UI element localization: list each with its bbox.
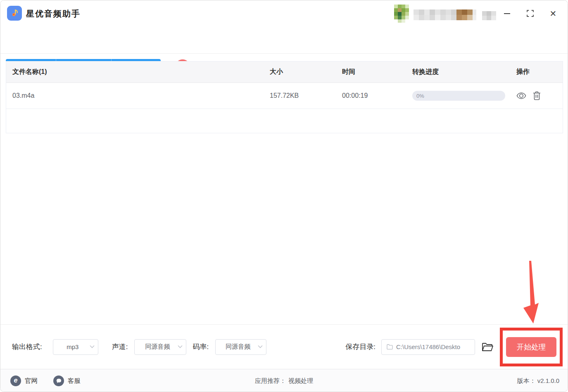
app-title: 星优音频助手 xyxy=(26,8,81,19)
chat-bubble-icon xyxy=(53,375,64,386)
user-name-redacted xyxy=(414,9,476,20)
titlebar: 星优音频助手 ✕ xyxy=(0,0,568,26)
progress-value: 0% xyxy=(416,93,424,99)
table-row: 03.m4a 157.72KB 00:00:19 0% xyxy=(6,83,563,109)
cell-progress: 0% xyxy=(412,91,516,101)
header-file-name: 文件名称(1) xyxy=(6,68,270,76)
app-window: 星优音频助手 ✕ xyxy=(0,0,568,392)
save-dir-label: 保存目录: xyxy=(345,342,375,352)
header-time: 时间 xyxy=(342,68,412,76)
bitrate-label: 码率: xyxy=(193,342,209,352)
save-dir-group: 保存目录: C:\Users\17486\Deskto 开始处理 xyxy=(345,328,563,366)
channel-select[interactable]: 同源音频 xyxy=(134,339,186,355)
chevron-down-icon xyxy=(90,345,95,348)
cell-size: 157.72KB xyxy=(270,92,342,99)
user-badge-redacted xyxy=(482,11,496,20)
file-table: 文件名称(1) 大小 时间 转换进度 操作 03.m4a 157.72KB 00… xyxy=(6,61,563,133)
chevron-down-icon xyxy=(178,345,183,348)
output-format-label: 输出格式: xyxy=(12,342,42,352)
support-label: 客服 xyxy=(68,377,81,385)
close-button[interactable]: ✕ xyxy=(549,9,558,18)
toolbar-divider xyxy=(0,53,568,54)
cell-file-name: 03.m4a xyxy=(6,92,270,99)
user-avatar-redacted xyxy=(394,5,411,23)
save-dir-input[interactable]: C:\Users\17486\Deskto xyxy=(381,339,475,355)
bitrate-value: 同源音频 xyxy=(226,343,250,351)
table-empty-row xyxy=(6,109,563,133)
chevron-down-icon xyxy=(258,345,263,348)
folder-icon xyxy=(387,344,393,349)
save-dir-value: C:\Users\17486\Deskto xyxy=(396,343,460,350)
maximize-button[interactable] xyxy=(525,9,535,18)
window-controls: ✕ xyxy=(502,0,558,26)
channel-value: 同源音频 xyxy=(145,343,170,351)
channel-label: 声道: xyxy=(112,342,128,352)
bitrate-select[interactable]: 同源音频 xyxy=(215,339,266,355)
music-note-icon xyxy=(10,9,19,18)
close-icon: ✕ xyxy=(550,9,557,18)
cell-ops xyxy=(516,91,563,100)
version-label: 版本： xyxy=(517,377,536,385)
minimize-icon xyxy=(504,13,510,14)
progress-bar: 0% xyxy=(412,91,505,101)
output-format-select[interactable]: mp3 xyxy=(53,339,98,355)
header-ops: 操作 xyxy=(516,68,563,76)
header-size: 大小 xyxy=(270,68,342,76)
app-recommend: 应用推荐： 视频处理 xyxy=(255,369,313,392)
footer: e 官网 客服 应用推荐： 视频处理 版本： v2.1.0.0 xyxy=(0,369,568,392)
annotation-arrow xyxy=(515,257,548,327)
version-info: 版本： v2.1.0.0 xyxy=(517,377,559,385)
settings-bar: 输出格式: mp3 声道: 同源音频 码率: 同源音频 保存目录: C:\Use… xyxy=(0,324,568,369)
start-process-button[interactable]: 开始处理 xyxy=(506,337,556,357)
support-link[interactable]: 客服 xyxy=(53,375,81,386)
table-header: 文件名称(1) 大小 时间 转换进度 操作 xyxy=(6,61,563,83)
recommend-label: 应用推荐： xyxy=(255,377,286,385)
maximize-icon xyxy=(527,10,534,17)
app-logo-icon xyxy=(7,6,22,21)
header-progress: 转换进度 xyxy=(412,68,516,76)
toolbar: 添加文件 添加文件夹 清空音频 ‹ ‹ 格式转换 音频合并 xyxy=(0,26,568,53)
annotation-highlight-box: 开始处理 xyxy=(500,328,563,366)
cell-time: 00:00:19 xyxy=(342,92,412,99)
official-site-link[interactable]: e 官网 xyxy=(10,375,38,386)
open-folder-icon xyxy=(482,342,493,352)
recommend-link[interactable]: 视频处理 xyxy=(288,377,313,385)
browse-folder-button[interactable] xyxy=(482,342,493,352)
browser-icon: e xyxy=(10,375,21,386)
output-format-value: mp3 xyxy=(67,343,78,350)
version-value: v2.1.0.0 xyxy=(537,377,559,385)
trash-icon xyxy=(533,91,541,100)
official-site-label: 官网 xyxy=(25,377,38,385)
minimize-button[interactable] xyxy=(502,9,511,18)
preview-button[interactable] xyxy=(516,92,526,99)
eye-icon xyxy=(516,92,526,99)
delete-button[interactable] xyxy=(533,91,541,100)
